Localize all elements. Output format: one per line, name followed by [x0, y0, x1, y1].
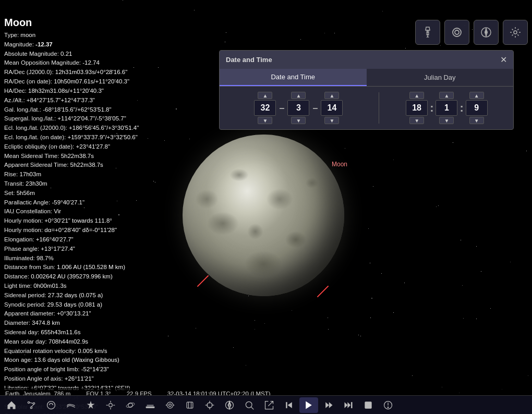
time-play-button[interactable]	[299, 397, 318, 413]
minute-down-button[interactable]: ▼	[439, 117, 454, 124]
hour-value[interactable]: 18	[406, 100, 428, 116]
month-up-button[interactable]: ▲	[291, 92, 306, 99]
svg-rect-17	[146, 406, 155, 408]
tab-julian-day[interactable]: Julian Day	[367, 69, 514, 86]
crosshair-mark-1	[197, 275, 209, 287]
svg-point-7	[514, 31, 517, 34]
day-value[interactable]: 32	[254, 100, 276, 116]
crosshair-button[interactable]	[200, 397, 219, 413]
info-line-9: Supergal. long./lat.: +114°22'04.7"/-5°3…	[4, 114, 184, 124]
atmosphere-button[interactable]	[62, 397, 80, 413]
second-spinner: ▲ 9 ▼	[466, 92, 488, 124]
info-lines: Type: moonMagnitude: -12.37Absolute Magn…	[4, 31, 184, 414]
info-line-20: Hourly motion: +0°30'21" towards 111.8°	[4, 216, 184, 226]
info-line-28: Sidereal period: 27.32 days (0.075 a)	[4, 291, 184, 300]
time-faster-button[interactable]	[319, 397, 338, 413]
torch-button[interactable]	[415, 20, 440, 45]
compass-toolbar-button[interactable]	[220, 397, 239, 413]
home-button[interactable]	[2, 397, 21, 413]
sensor-button[interactable]	[180, 397, 199, 413]
hour-up-button[interactable]: ▲	[409, 92, 424, 99]
year-up-button[interactable]: ▲	[324, 92, 339, 99]
svg-rect-23	[187, 402, 193, 408]
svg-point-47	[388, 407, 389, 408]
second-down-button[interactable]: ▼	[469, 117, 484, 124]
info-line-10: Ecl. long./lat. (J2000.0): +186°56'45.6"…	[4, 124, 184, 133]
compass-button[interactable]	[474, 20, 499, 45]
info-line-26: Distance: 0.002642 AU (395279.996 km)	[4, 272, 184, 282]
info-line-12: Ecliptic obliquity (on date): +23°41'27.…	[4, 142, 184, 152]
datetime-dialog: Date and Time ✕ Date and Time Julian Day…	[219, 50, 514, 130]
day-spinner: ▲ 32 ▼	[254, 92, 276, 124]
tab-date-time[interactable]: Date and Time	[220, 69, 367, 86]
stars-button[interactable]	[81, 397, 100, 413]
info-line-24: Illuminated: 98.7%	[4, 254, 184, 263]
svg-point-6	[486, 32, 487, 33]
month-down-button[interactable]: ▼	[291, 117, 306, 124]
svg-marker-42	[347, 402, 350, 408]
dialog-close-button[interactable]: ✕	[500, 55, 507, 65]
info-line-37: Position Angle of axis: +26°11'21"	[4, 374, 184, 384]
info-line-30: Apparent diameter: +0°30'13.21"	[4, 309, 184, 319]
svg-marker-39	[325, 402, 329, 408]
svg-marker-38	[306, 401, 312, 409]
constellation-art-button[interactable]	[42, 397, 61, 413]
search-toolbar-button[interactable]	[240, 397, 259, 413]
dialog-header: Date and Time ✕	[220, 51, 513, 69]
goto-button[interactable]	[260, 397, 279, 413]
info-line-0: Type: moon	[4, 31, 184, 40]
minute-spinner: ▲ 1 ▼	[436, 92, 457, 124]
svg-rect-37	[286, 402, 287, 408]
svg-marker-40	[329, 402, 333, 408]
svg-rect-0	[426, 30, 429, 35]
quit-button[interactable]	[379, 397, 397, 413]
info-line-25: Distance from Sun: 1.006 AU (150.528 M k…	[4, 263, 184, 272]
svg-point-13	[47, 401, 55, 409]
info-line-36: Position angle of bright limb: -52°14'23…	[4, 365, 184, 374]
crosshair-mark-2	[317, 286, 329, 298]
constellation-lines-button[interactable]	[22, 397, 41, 413]
settings-button[interactable]	[503, 20, 528, 45]
day-down-button[interactable]: ▼	[258, 117, 272, 124]
info-line-4: RA/Dec (J2000.0): 12h31m03.93s/+0°28'16.…	[4, 68, 184, 77]
second-value[interactable]: 9	[466, 100, 488, 116]
info-line-32: Sidereal day: 655h43m11.6s	[4, 328, 184, 337]
svg-point-34	[246, 401, 252, 408]
date-separator-2: –	[312, 103, 318, 114]
time-stop-button[interactable]	[359, 397, 378, 413]
year-down-button[interactable]: ▼	[324, 117, 339, 124]
minute-value[interactable]: 1	[436, 100, 457, 116]
svg-line-35	[251, 407, 254, 409]
svg-rect-18	[147, 405, 153, 406]
object-title: Moon	[4, 17, 184, 29]
ocular-button[interactable]	[444, 20, 469, 45]
info-line-14: Apparent Sidereal Time: 5h22m38.7s	[4, 161, 184, 170]
info-line-34: Equatorial rotation velocity: 0.005 km/s	[4, 347, 184, 356]
year-value[interactable]: 14	[321, 100, 343, 116]
dialog-title: Date and Time	[226, 56, 272, 64]
info-line-27: Light time: 0h00m01.3s	[4, 282, 184, 291]
hour-down-button[interactable]: ▼	[409, 117, 424, 124]
info-line-22: Elongation: +166°40'27.7"	[4, 235, 184, 245]
hour-spinner: ▲ 18 ▼	[406, 92, 428, 124]
nebulae-button[interactable]	[101, 397, 120, 413]
time-fastest-button[interactable]	[339, 397, 358, 413]
month-value[interactable]: 3	[287, 100, 309, 116]
time-back-button[interactable]	[280, 397, 298, 413]
info-line-13: Mean Sidereal Time: 5h22m38.7s	[4, 152, 184, 161]
info-line-1: Magnitude: -12.37	[4, 40, 184, 50]
svg-line-12	[31, 404, 34, 407]
minute-up-button[interactable]: ▲	[439, 92, 454, 99]
info-line-29: Synodic period: 29.53 days (0.081 a)	[4, 300, 184, 310]
date-section: ▲ 32 ▼ – ▲ 3 ▼ – ▲ 14 ▼	[224, 92, 373, 124]
main-area: Moon Moon Type: moonMagnitude: -12.37Abs…	[0, 15, 532, 414]
eyepiece-button[interactable]	[161, 397, 179, 413]
svg-marker-32	[228, 405, 231, 409]
second-up-button[interactable]: ▲	[469, 92, 484, 99]
day-up-button[interactable]: ▲	[258, 92, 272, 99]
ground-button[interactable]	[141, 397, 160, 413]
planets-button[interactable]	[121, 397, 140, 413]
info-line-5: RA/Dec (on date): 10h50m07.61s/+11°20'40…	[4, 77, 184, 87]
info-line-3: Mean Opposition Magnitude: -12.74	[4, 58, 184, 68]
top-toolbar	[402, 15, 532, 50]
